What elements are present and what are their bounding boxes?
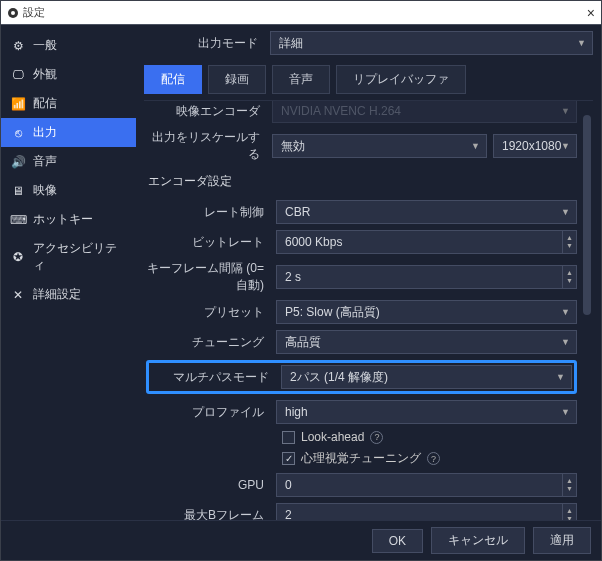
preset-select[interactable]: P5: Slow (高品質)▼: [276, 300, 577, 324]
chevron-down-icon: ▼: [561, 307, 570, 317]
output-mode-label: 出力モード: [144, 35, 264, 52]
window-title: 設定: [23, 5, 45, 20]
output-tabs: 配信 録画 音声 リプレイバッファ: [144, 65, 593, 94]
bitrate-label: ビットレート: [146, 234, 270, 251]
sidebar-item-general[interactable]: ⚙一般: [1, 31, 136, 60]
sidebar-item-label: 出力: [33, 124, 57, 141]
profile-select[interactable]: high▼: [276, 400, 577, 424]
chevron-down-icon: ▼: [561, 407, 570, 417]
monitor-icon: 🖥: [11, 184, 25, 198]
sidebar-item-label: 外観: [33, 66, 57, 83]
tab-audio[interactable]: 音声: [272, 65, 330, 94]
scrollbar-thumb[interactable]: [583, 115, 591, 315]
profile-label: プロファイル: [146, 404, 270, 421]
sidebar: ⚙一般 🖵外観 📶配信 ⎋出力 🔊音声 🖥映像 ⌨ホットキー ✪アクセシビリティ…: [1, 25, 136, 520]
tuning-select[interactable]: 高品質▼: [276, 330, 577, 354]
export-icon: ⎋: [11, 126, 25, 140]
output-mode-select[interactable]: 詳細▼: [270, 31, 593, 55]
cancel-button[interactable]: キャンセル: [431, 527, 525, 554]
rescale-row: 出力をリスケールする 無効▼ 1920x1080▼: [146, 129, 577, 163]
preset-label: プリセット: [146, 304, 270, 321]
gear-icon: ⚙: [11, 39, 25, 53]
rescale-resolution-select[interactable]: 1920x1080▼: [493, 134, 577, 158]
sidebar-item-label: 一般: [33, 37, 57, 54]
multipass-highlight: マルチパスモード 2パス (1/4 解像度)▼: [146, 360, 577, 394]
help-icon[interactable]: ?: [427, 452, 440, 465]
lookahead-label: Look-ahead: [301, 430, 364, 444]
keyframe-row: キーフレーム間隔 (0=自動) 2 s▲▼: [146, 260, 577, 294]
bitrate-stepper[interactable]: ▲▼: [563, 230, 577, 254]
sidebar-item-advanced[interactable]: ✕詳細設定: [1, 280, 136, 309]
tuning-row: チューニング 高品質▼: [146, 330, 577, 354]
psycho-checkbox[interactable]: ✓: [282, 452, 295, 465]
output-mode-row: 出力モード 詳細▼: [144, 31, 593, 55]
video-encoder-label: 映像エンコーダ: [146, 103, 266, 120]
video-encoder-row: 映像エンコーダ NVIDIA NVENC H.264▼: [146, 100, 577, 123]
bframes-stepper[interactable]: ▲▼: [563, 503, 577, 520]
sidebar-item-label: 詳細設定: [33, 286, 81, 303]
chevron-down-icon: ▼: [561, 106, 570, 116]
bitrate-row: ビットレート 6000 Kbps▲▼: [146, 230, 577, 254]
output-panel: 出力モード 詳細▼ 配信 録画 音声 リプレイバッファ 映像エンコーダ NVID…: [136, 25, 601, 520]
rescale-select[interactable]: 無効▼: [272, 134, 487, 158]
bframes-label: 最大Bフレーム: [146, 507, 270, 521]
bframes-input[interactable]: 2: [276, 503, 563, 520]
settings-window: 設定 × ⚙一般 🖵外観 📶配信 ⎋出力 🔊音声 🖥映像 ⌨ホットキー ✪アクセ…: [0, 0, 602, 561]
lookahead-checkbox[interactable]: [282, 431, 295, 444]
tab-stream[interactable]: 配信: [144, 65, 202, 94]
bitrate-input[interactable]: 6000 Kbps: [276, 230, 563, 254]
ok-button[interactable]: OK: [372, 529, 423, 553]
sidebar-item-hotkeys[interactable]: ⌨ホットキー: [1, 205, 136, 234]
dialog-footer: OK キャンセル 適用: [1, 520, 601, 560]
accessibility-icon: ✪: [11, 250, 25, 264]
tuning-label: チューニング: [146, 334, 270, 351]
psycho-row: ✓ 心理視覚チューニング ?: [146, 450, 577, 467]
sidebar-item-label: ホットキー: [33, 211, 93, 228]
bframes-row: 最大Bフレーム 2▲▼: [146, 503, 577, 520]
gpu-input[interactable]: 0: [276, 473, 563, 497]
sidebar-item-label: 映像: [33, 182, 57, 199]
sidebar-item-output[interactable]: ⎋出力: [1, 118, 136, 147]
sidebar-item-video[interactable]: 🖥映像: [1, 176, 136, 205]
sidebar-item-accessibility[interactable]: ✪アクセシビリティ: [1, 234, 136, 280]
keyframe-stepper[interactable]: ▲▼: [563, 265, 577, 289]
obs-logo-icon: [7, 7, 19, 19]
antenna-icon: 📶: [11, 97, 25, 111]
chevron-down-icon: ▼: [561, 141, 570, 151]
rescale-label: 出力をリスケールする: [146, 129, 266, 163]
rate-control-select[interactable]: CBR▼: [276, 200, 577, 224]
preset-row: プリセット P5: Slow (高品質)▼: [146, 300, 577, 324]
svg-point-1: [11, 11, 15, 15]
gpu-stepper[interactable]: ▲▼: [563, 473, 577, 497]
titlebar: 設定 ×: [1, 1, 601, 25]
gpu-row: GPU 0▲▼: [146, 473, 577, 497]
tab-record[interactable]: 録画: [208, 65, 266, 94]
sidebar-item-appearance[interactable]: 🖵外観: [1, 60, 136, 89]
help-icon[interactable]: ?: [370, 431, 383, 444]
multipass-select[interactable]: 2パス (1/4 解像度)▼: [281, 365, 572, 389]
tab-replay[interactable]: リプレイバッファ: [336, 65, 466, 94]
apply-button[interactable]: 適用: [533, 527, 591, 554]
sidebar-item-label: 配信: [33, 95, 57, 112]
sidebar-item-label: 音声: [33, 153, 57, 170]
keyframe-input[interactable]: 2 s: [276, 265, 563, 289]
speaker-icon: 🔊: [11, 155, 25, 169]
gpu-label: GPU: [146, 478, 270, 492]
rate-control-row: レート制御 CBR▼: [146, 200, 577, 224]
sidebar-item-stream[interactable]: 📶配信: [1, 89, 136, 118]
close-icon[interactable]: ×: [587, 5, 595, 21]
lookahead-row: Look-ahead ?: [146, 430, 577, 444]
chevron-down-icon: ▼: [561, 337, 570, 347]
scrollbar[interactable]: [583, 105, 591, 516]
encoder-settings-title: エンコーダ設定: [148, 173, 577, 190]
tools-icon: ✕: [11, 288, 25, 302]
sidebar-item-audio[interactable]: 🔊音声: [1, 147, 136, 176]
chevron-down-icon: ▼: [561, 207, 570, 217]
settings-scroll: 映像エンコーダ NVIDIA NVENC H.264▼ 出力をリスケールする 無…: [144, 100, 593, 520]
psycho-label: 心理視覚チューニング: [301, 450, 421, 467]
keyboard-icon: ⌨: [11, 213, 25, 227]
video-encoder-select[interactable]: NVIDIA NVENC H.264▼: [272, 100, 577, 123]
profile-row: プロファイル high▼: [146, 400, 577, 424]
chevron-down-icon: ▼: [577, 38, 586, 48]
rate-control-label: レート制御: [146, 204, 270, 221]
